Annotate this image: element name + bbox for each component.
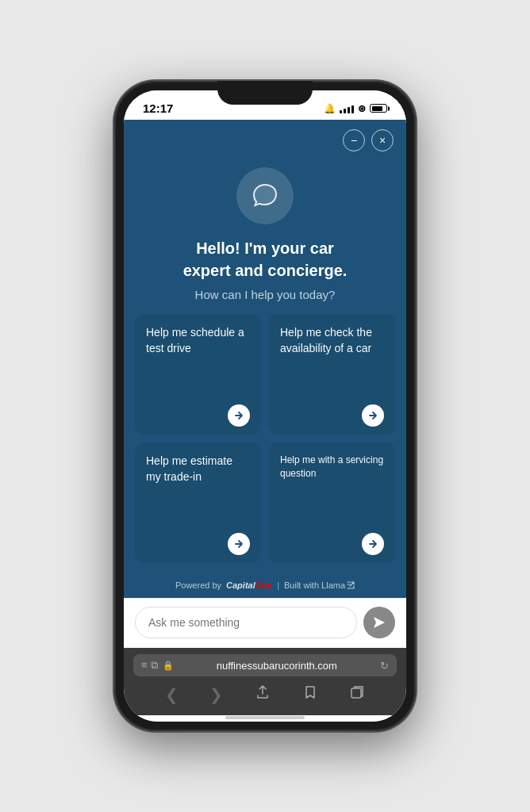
llama-link[interactable]: Built with Llama bbox=[284, 580, 355, 590]
browser-url-text[interactable]: nuffinessubarucorinth.com bbox=[179, 660, 375, 672]
phone-frame: 12:17 🔔 ⊛ − × bbox=[114, 81, 416, 731]
chat-bubble-svg bbox=[251, 182, 279, 210]
battery-icon bbox=[370, 104, 387, 113]
chat-header-buttons: − × bbox=[124, 120, 406, 151]
minimize-button[interactable]: − bbox=[343, 129, 365, 151]
arrow-icon-0 bbox=[228, 404, 250, 427]
browser-left-icons: ≡ ⧉ bbox=[141, 659, 158, 672]
status-time: 12:17 bbox=[143, 102, 173, 115]
lock-icon: 🔒 bbox=[163, 661, 174, 671]
external-link-icon bbox=[347, 581, 355, 589]
signal-bars-icon bbox=[340, 104, 354, 113]
option-card-text-1: Help me check the availability of a car bbox=[280, 325, 384, 396]
send-button[interactable] bbox=[363, 607, 395, 638]
options-grid: Help me schedule a test drive Help me ch… bbox=[124, 301, 406, 576]
forward-button[interactable]: ❯ bbox=[209, 685, 223, 704]
wifi-icon: ⊛ bbox=[358, 103, 366, 114]
option-card-service-question[interactable]: Help me with a servicing question bbox=[269, 442, 395, 563]
bookmarks-button[interactable] bbox=[302, 684, 318, 704]
tabs-button[interactable] bbox=[349, 684, 365, 704]
option-card-text-3: Help me with a servicing question bbox=[280, 454, 384, 525]
browser-bar: ≡ ⧉ 🔒 nuffinessubarucorinth.com ↻ ❮ ❯ bbox=[124, 648, 406, 715]
back-button[interactable]: ❮ bbox=[165, 685, 179, 704]
home-bar bbox=[225, 716, 305, 719]
mute-icon: 🔔 bbox=[324, 103, 336, 114]
browser-nav: ❮ ❯ bbox=[133, 676, 397, 709]
greeting-subtitle: How can I help you today? bbox=[124, 288, 406, 301]
refresh-icon[interactable]: ↻ bbox=[380, 660, 389, 672]
send-icon bbox=[372, 615, 386, 630]
input-area bbox=[124, 598, 406, 648]
home-indicator bbox=[124, 715, 406, 722]
close-button[interactable]: × bbox=[371, 129, 394, 151]
reader-icon: ≡ bbox=[141, 659, 148, 672]
divider: | bbox=[277, 580, 279, 590]
powered-by-prefix: Powered by bbox=[175, 580, 221, 590]
option-card-schedule-test-drive[interactable]: Help me schedule a test drive bbox=[135, 314, 261, 435]
svg-rect-0 bbox=[351, 688, 361, 698]
option-card-text-0: Help me schedule a test drive bbox=[146, 325, 250, 396]
chat-container: − × Hello! I'm your car expert and conci… bbox=[124, 120, 406, 598]
capital-one-logo: CapitalOne bbox=[226, 580, 272, 590]
status-icons: 🔔 ⊛ bbox=[324, 103, 387, 114]
option-card-estimate-trade-in[interactable]: Help me estimate my trade-in bbox=[135, 442, 261, 563]
arrow-icon-3 bbox=[362, 533, 384, 555]
powered-by: Powered by CapitalOne | Built with Llama bbox=[124, 576, 406, 598]
option-card-text-2: Help me estimate my trade-in bbox=[146, 454, 250, 525]
chat-icon-area bbox=[124, 151, 406, 237]
phone-screen: 12:17 🔔 ⊛ − × bbox=[124, 90, 406, 722]
chat-bubble-icon bbox=[236, 167, 294, 224]
extension-icon: ⧉ bbox=[151, 659, 158, 672]
share-button[interactable] bbox=[255, 684, 271, 704]
notch bbox=[217, 81, 313, 105]
chat-input[interactable] bbox=[135, 607, 357, 638]
greeting-title: Hello! I'm your car expert and concierge… bbox=[124, 237, 406, 282]
arrow-icon-2 bbox=[228, 533, 250, 555]
browser-url-row[interactable]: ≡ ⧉ 🔒 nuffinessubarucorinth.com ↻ bbox=[133, 654, 397, 676]
option-card-check-availability[interactable]: Help me check the availability of a car bbox=[269, 314, 395, 435]
llama-text: Built with Llama bbox=[284, 580, 345, 590]
arrow-icon-1 bbox=[362, 404, 384, 427]
